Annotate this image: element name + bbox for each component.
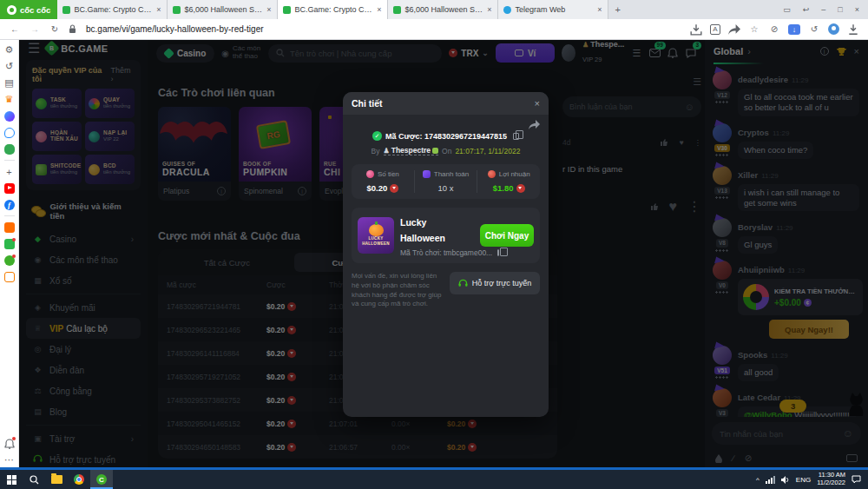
- browser-tab-1[interactable]: BC.Game: Crypto Casino Gan×: [57, 0, 168, 19]
- avatar[interactable]: [713, 218, 732, 237]
- live-support-button[interactable]: Hỗ trợ trực tuyến: [450, 272, 540, 294]
- casino-tab[interactable]: Casino: [156, 44, 214, 63]
- chat-input-box[interactable]: ☺: [712, 422, 861, 445]
- chat-channel[interactable]: Global: [713, 46, 743, 56]
- info-icon[interactable]: i: [298, 187, 306, 195]
- sidebar-item-promotions[interactable]: ◈Khuyến mãi: [26, 297, 141, 318]
- chat-toggle-icon[interactable]: 3: [685, 46, 696, 60]
- url-text[interactable]: bc.game/vi/game/lucky-halloween-by-red-t…: [86, 24, 264, 34]
- mail-icon[interactable]: 99: [649, 46, 661, 60]
- sidebar-item-lottery[interactable]: ▦Xổ số: [26, 270, 141, 291]
- forward-icon[interactable]: →: [29, 23, 41, 36]
- avatar[interactable]: [713, 346, 732, 365]
- vip-card-reload[interactable]: NẠP LẠIVIP 22: [85, 122, 135, 151]
- sidebar-item-sponsorship[interactable]: ▣Tài trợ›: [26, 428, 141, 449]
- tv-app-icon[interactable]: [3, 221, 15, 233]
- search-input[interactable]: [290, 49, 434, 58]
- browser-tab-3-active[interactable]: BC.Game: Crypto Casino Gan×: [278, 0, 388, 19]
- more-options-icon[interactable]: ⋯: [3, 454, 15, 466]
- bonus-check-card[interactable]: KIỂM TRA TIỀN THƯỞNG VÒNG QU+$0.00¢: [738, 279, 863, 315]
- hamburger-menu-icon[interactable]: ☰: [28, 40, 40, 56]
- download-manager-icon[interactable]: ↓: [788, 24, 800, 35]
- user-info[interactable]: ♟Thespe... VIP 29: [582, 41, 624, 64]
- back-icon[interactable]: ←: [9, 23, 21, 36]
- bet-list-icon[interactable]: ☰: [631, 46, 642, 60]
- bookmark-star-icon[interactable]: ☆: [748, 23, 760, 36]
- sidebar-item-forum[interactable]: ❖Diễn đàn: [26, 360, 141, 380]
- commands-icon[interactable]: ∕: [733, 453, 734, 463]
- save-page-icon[interactable]: [690, 23, 702, 36]
- chrome-icon[interactable]: [68, 470, 90, 489]
- chat-rules-icon[interactable]: i: [820, 47, 829, 56]
- shop-cart-icon[interactable]: [3, 271, 15, 282]
- comment-input-box[interactable]: ☺: [562, 96, 701, 117]
- vip-card-spin[interactable]: QUAYtiền thưởng: [85, 89, 135, 118]
- notifications-bell-icon[interactable]: [667, 46, 679, 60]
- avatar[interactable]: [713, 70, 732, 89]
- games-icon[interactable]: [3, 143, 15, 155]
- copy-bet-id-icon[interactable]: [513, 133, 519, 140]
- tab-all-bets[interactable]: Tất cả Cược: [163, 253, 291, 272]
- profile-avatar-icon[interactable]: [828, 23, 839, 35]
- vip-card-rakeback[interactable]: HOÀN TIỀN XẤU: [32, 122, 82, 151]
- sidebar-item-vip-club[interactable]: ♕VIPCâu lạc bộ: [26, 318, 141, 339]
- heart-icon[interactable]: ♥: [669, 199, 678, 215]
- browser-tab-4[interactable]: $6,000 Halloween Slot Battle×: [388, 0, 498, 19]
- thumbs-up-icon[interactable]: [650, 202, 659, 211]
- chat-input[interactable]: [720, 429, 838, 439]
- downloads-icon[interactable]: [847, 23, 859, 36]
- comment-input[interactable]: [569, 102, 681, 111]
- heart-icon[interactable]: ♥: [679, 138, 683, 147]
- hidden-icons-chevron[interactable]: ^: [756, 476, 760, 484]
- taskbar-clock[interactable]: 11:30 AM11/2/2022: [817, 472, 845, 486]
- close-window-button[interactable]: ×: [855, 5, 859, 14]
- trophy-icon[interactable]: [837, 47, 846, 56]
- chat-close-icon[interactable]: ×: [854, 46, 859, 56]
- tab-close-icon[interactable]: ×: [486, 5, 492, 14]
- play-now-button[interactable]: Chơi Ngay: [480, 224, 534, 247]
- info-icon[interactable]: i: [217, 187, 226, 195]
- language-indicator[interactable]: ENG: [796, 476, 811, 484]
- reload-icon[interactable]: ↻: [49, 23, 61, 36]
- taskbar-search-icon[interactable]: [23, 470, 45, 489]
- copy-game-id-icon[interactable]: [497, 249, 499, 256]
- comments-menu-icon[interactable]: ☰: [693, 76, 701, 88]
- avatar[interactable]: [713, 261, 732, 280]
- game-thumbnail[interactable]: LUCKYHALLOWEEN: [358, 217, 394, 254]
- kebab-menu-icon[interactable]: ⋮: [687, 198, 701, 215]
- store-app-icon[interactable]: [3, 238, 15, 249]
- translate-icon[interactable]: A: [710, 24, 720, 35]
- start-button[interactable]: [0, 470, 23, 489]
- currency-selector[interactable]: TRX⌄: [449, 49, 489, 58]
- sidebar-item-sports[interactable]: ◉Các môn thể thao: [26, 249, 141, 270]
- bet-row[interactable]: 174830294650148583$0.2021:06:570.00×$0.2…: [158, 435, 557, 459]
- thumbs-up-icon[interactable]: [660, 138, 668, 147]
- wallet-button[interactable]: Ví: [496, 43, 555, 63]
- youtube-icon[interactable]: [3, 182, 15, 194]
- kebab-menu-icon[interactable]: ⋮: [694, 138, 702, 147]
- sidebar-item-casino[interactable]: ◆Casino›: [26, 228, 141, 249]
- spin-now-button[interactable]: Quay Ngay!!: [769, 320, 849, 339]
- network-icon[interactable]: [766, 476, 775, 484]
- game-search[interactable]: [268, 44, 442, 63]
- adblock-shield-icon[interactable]: ⊘: [768, 23, 780, 36]
- revert-icon[interactable]: ↩: [803, 5, 810, 14]
- game-card-book-of-pumpkin[interactable]: RG BOOK OF PUMPKIN Spinomenali: [239, 107, 312, 201]
- sidebar-item-blog[interactable]: ▤Blog: [26, 401, 141, 422]
- sidebar-item-affiliate[interactable]: ◎Đại lý: [26, 339, 141, 360]
- reader-mode-icon[interactable]: ▭: [783, 5, 791, 14]
- maximize-button[interactable]: □: [838, 5, 842, 14]
- vip-crown-icon[interactable]: ♛: [3, 94, 15, 105]
- facebook-icon[interactable]: f: [3, 199, 15, 210]
- sports-tab[interactable]: ◉Các môn thể thao: [221, 45, 261, 61]
- settings-gear-icon[interactable]: ⚙: [3, 44, 15, 56]
- minimize-button[interactable]: –: [821, 5, 825, 14]
- action-center-icon[interactable]: [852, 475, 861, 484]
- smiley-icon[interactable]: ☺: [843, 427, 853, 439]
- tab-close-icon[interactable]: ×: [155, 5, 161, 14]
- extension-icon[interactable]: ↺: [808, 23, 820, 36]
- volume-icon[interactable]: [781, 476, 790, 484]
- user-avatar[interactable]: [562, 44, 575, 62]
- browser-tab-2[interactable]: $6,000 Halloween Slot Battle×: [168, 0, 278, 19]
- modal-close-icon[interactable]: ×: [535, 98, 540, 109]
